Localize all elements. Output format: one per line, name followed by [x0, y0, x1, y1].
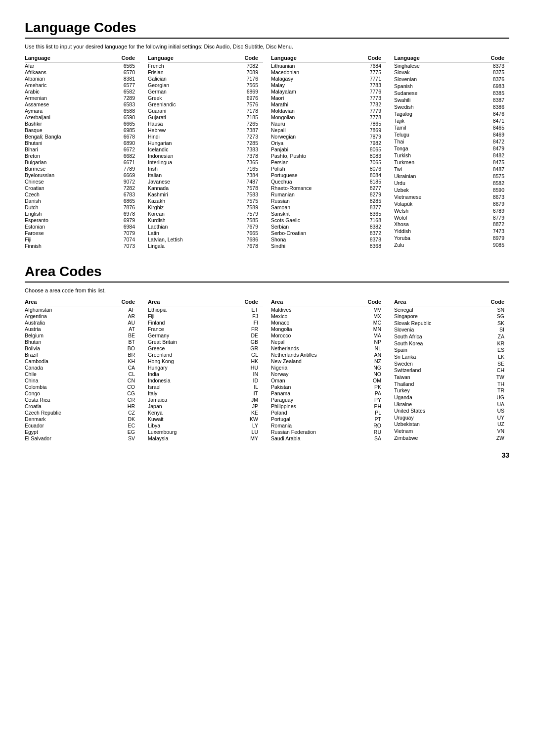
language-name: Yoruba [394, 235, 465, 242]
table-row: Greek6976 [148, 94, 263, 101]
table-row: IndonesiaID [148, 377, 263, 383]
language-code: 7665 [224, 230, 263, 236]
table-row: OmanOM [271, 377, 386, 383]
area-header-1: Area [25, 298, 102, 306]
language-name: Javanese [148, 178, 224, 185]
table-row: South AfricaZA [394, 333, 509, 340]
table-row: FinlandFI [148, 319, 263, 326]
table-row: EcuadorEC [25, 422, 140, 428]
table-row: Tagalog8476 [394, 111, 509, 118]
area-name: Panama [271, 390, 354, 396]
language-code: 8065 [351, 146, 386, 152]
language-name: Malay [271, 82, 351, 88]
area-code: JP [220, 403, 263, 409]
language-name: Nepali [271, 127, 351, 133]
table-row: UkraineUA [394, 401, 509, 408]
language-code: 7789 [102, 165, 140, 172]
area-code: IT [220, 390, 263, 396]
area-code: SK [472, 320, 509, 327]
area-name: Kenya [148, 409, 220, 416]
table-row: HungaryHU [148, 364, 263, 371]
area-code: GB [220, 338, 263, 345]
language-name: Faroese [25, 230, 102, 236]
language-name: Nauru [271, 120, 351, 127]
table-row: TaiwanTW [394, 374, 509, 380]
table-row: MexicoMX [271, 313, 386, 319]
table-row: AfghanistanAF [25, 306, 140, 313]
language-name: Hindi [148, 133, 224, 140]
area-code: PY [354, 396, 386, 403]
table-row: Czech6783 [25, 191, 140, 197]
language-code: 9072 [102, 178, 140, 185]
area-code: MN [354, 326, 386, 332]
language-code: 6669 [102, 172, 140, 178]
language-name: Italian [148, 172, 224, 178]
language-code: 7384 [224, 172, 263, 178]
table-row: GermanyDE [148, 332, 263, 338]
table-row: Panjabi8065 [271, 146, 386, 152]
language-name: Portuguese [271, 172, 351, 178]
language-name: Spanish [394, 83, 465, 90]
language-code: 8365 [351, 210, 386, 217]
area-code: AU [102, 319, 140, 326]
area-code: CG [102, 390, 140, 396]
table-row: Bhutani6890 [25, 140, 140, 146]
area-code-header-2: Code [220, 298, 263, 306]
area-code: MX [354, 313, 386, 319]
table-row: United StatesUS [394, 408, 509, 415]
area-code: MA [354, 332, 386, 338]
table-row: Urdu8582 [394, 180, 509, 187]
language-code: 7473 [465, 228, 509, 235]
language-code: 7365 [224, 159, 263, 165]
language-code: 8872 [465, 221, 509, 228]
language-name: Samoan [271, 204, 351, 210]
area-name: Colombia [25, 383, 102, 390]
language-name: Vietnamese [394, 193, 465, 200]
language-table-col4: Language Code Singhalese8373Slovak8375Sl… [394, 54, 509, 249]
area-name: Indonesia [148, 377, 220, 383]
area-code: FJ [220, 313, 263, 319]
table-row: CongoCG [25, 390, 140, 396]
table-row: Wolof8779 [394, 214, 509, 221]
area-code: KE [220, 409, 263, 416]
language-code: 8083 [351, 152, 386, 159]
area-code: PK [354, 383, 386, 390]
table-row: Sanskrit8365 [271, 210, 386, 217]
language-code: 7782 [351, 101, 386, 107]
area-code: IL [220, 383, 263, 390]
language-name: Fiji [25, 236, 102, 242]
area-name: Spain [394, 347, 472, 354]
table-row: Latin7665 [148, 230, 263, 236]
language-code: 8479 [465, 145, 509, 152]
table-row: Costa RicaCR [25, 396, 140, 403]
language-code: 6984 [102, 223, 140, 230]
language-code: 6783 [102, 191, 140, 197]
language-name: Tonga [394, 145, 465, 152]
area-table-col2: Area Code EthiopiaETFijiFJFinlandFIFranc… [148, 298, 263, 441]
table-row: LibyaLY [148, 422, 263, 428]
area-name: Uzbekistan [394, 421, 472, 428]
language-code: 8372 [351, 230, 386, 236]
table-row: Slovak RepublicSK [394, 320, 509, 327]
language-name: Uzbek [394, 187, 465, 193]
table-row: Albanian8381 [25, 75, 140, 82]
table-row: IndiaIN [148, 371, 263, 377]
area-code: MV [354, 306, 386, 313]
table-row: SingaporeSG [394, 313, 509, 320]
language-code: 8582 [465, 180, 509, 187]
table-row: Georgian7565 [148, 82, 263, 88]
language-code: 7578 [224, 185, 263, 191]
language-name: Guarani [148, 107, 224, 114]
language-name: Hausa [148, 120, 224, 127]
area-name: Uganda [394, 394, 472, 401]
area-code: AR [102, 313, 140, 319]
language-code: 6976 [224, 94, 263, 101]
language-name: Serbian [271, 223, 351, 230]
table-row: Singhalese8373 [394, 62, 509, 69]
area-name: Greenland [148, 351, 220, 358]
table-row: EthiopiaET [148, 306, 263, 313]
table-row: Swedish8386 [394, 104, 509, 111]
table-row: Faroese7079 [25, 230, 140, 236]
table-row: GreenlandGL [148, 351, 263, 358]
table-row: AustriaAT [25, 326, 140, 332]
